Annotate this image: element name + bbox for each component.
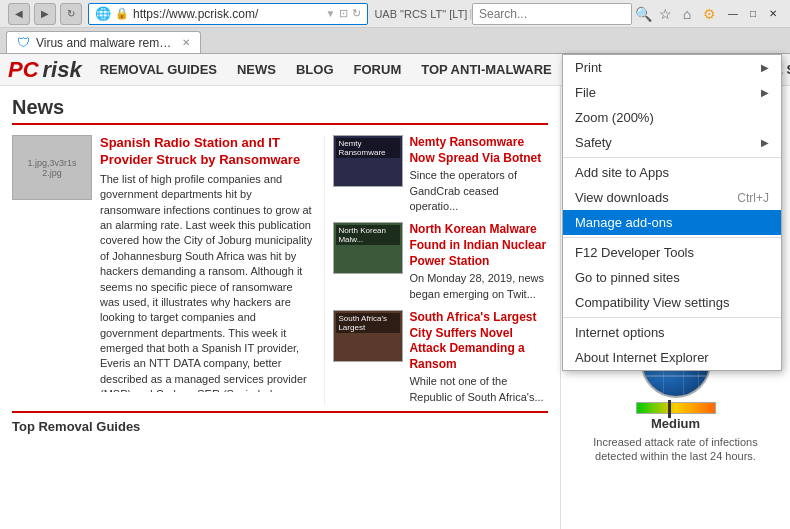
- menu-item-label: Zoom (200%): [575, 110, 654, 125]
- menu-item-shortcut: Ctrl+J: [737, 191, 769, 205]
- maximize-button[interactable]: □: [744, 5, 762, 23]
- minimize-button[interactable]: —: [724, 5, 742, 23]
- favorites-button[interactable]: ☆: [654, 3, 676, 25]
- menu-item-label: Print: [575, 60, 602, 75]
- right-article-title-2[interactable]: North Korean Malware Found in Indian Nuc…: [409, 222, 548, 269]
- right-article-text-3: While not one of the Republic of South A…: [409, 374, 548, 405]
- titlebar: ◀ ▶ ↻ 🌐 🔒 https://www.pcrisk.com/ ▼ ⊡ ↻ …: [0, 0, 790, 28]
- bottom-section-title: Top Removal Guides: [12, 411, 548, 434]
- search-input[interactable]: [472, 3, 632, 25]
- window-controls: — □ ✕: [724, 5, 782, 23]
- context-menu: Print▶File▶Zoom (200%)Safety▶Add site to…: [562, 54, 782, 371]
- settings-button[interactable]: ⚙: [698, 3, 720, 25]
- menu-item-label: Go to pinned sites: [575, 270, 680, 285]
- back-button[interactable]: ◀: [8, 3, 30, 25]
- close-window-button[interactable]: ✕: [764, 5, 782, 23]
- big-article-title[interactable]: Spanish Radio Station and IT Provider St…: [100, 135, 312, 169]
- menu-item-add-site-to-apps[interactable]: Add site to Apps: [563, 160, 781, 185]
- menu-item-label: Add site to Apps: [575, 165, 669, 180]
- menu-item-arrow-icon: ▶: [761, 87, 769, 98]
- menu-divider: [563, 237, 781, 238]
- nav-forum[interactable]: FORUM: [344, 54, 412, 86]
- refresh-button[interactable]: ↻: [60, 3, 82, 25]
- big-article-thumb: 1.jpg,3v3r1s2.jpg: [12, 135, 92, 200]
- menu-item-compatibility-view-settings[interactable]: Compatibility View settings: [563, 290, 781, 315]
- menu-item-label: About Internet Explorer: [575, 350, 709, 365]
- menu-item-file[interactable]: File▶: [563, 80, 781, 105]
- right-article-text-1: Since the operators of GandCrab ceased o…: [409, 168, 548, 214]
- right-article-body-2: North Korean Malware Found in Indian Nuc…: [409, 222, 548, 302]
- big-article-row: 1.jpg,3v3r1s2.jpgSpanish Radio Station a…: [12, 135, 312, 392]
- home-button[interactable]: ⌂: [676, 3, 698, 25]
- refresh-small-icon: ↻: [352, 7, 361, 20]
- right-article-row-3: South Africa's LargestSouth Africa's Lar…: [333, 310, 548, 405]
- menu-item-about-internet-explorer[interactable]: About Internet Explorer: [563, 345, 781, 370]
- nav-news[interactable]: NEWS: [227, 54, 286, 86]
- menu-item-go-to-pinned-sites[interactable]: Go to pinned sites: [563, 265, 781, 290]
- big-article-body: Spanish Radio Station and IT Provider St…: [100, 135, 312, 392]
- address-bar[interactable]: 🌐 🔒 https://www.pcrisk.com/ ▼ ⊡ ↻: [88, 3, 368, 25]
- address-drop-icon: ▼: [326, 8, 336, 19]
- globe-description: Increased attack rate of infections dete…: [571, 435, 780, 464]
- tab-favicon-icon: 🛡: [17, 35, 30, 50]
- nav-removal-guides[interactable]: REMOVAL GUIDES: [90, 54, 227, 86]
- lock-icon: 🔒: [115, 7, 129, 20]
- menu-divider: [563, 317, 781, 318]
- news-section-title: News: [12, 96, 548, 125]
- logo-pc-text: PC: [8, 57, 39, 83]
- menu-item-label: File: [575, 85, 596, 100]
- menu-item-zoom-(200%)[interactable]: Zoom (200%): [563, 105, 781, 130]
- level-bar: [636, 402, 716, 414]
- logo-risk-text: risk: [43, 57, 82, 83]
- ie-user-area: UAB "RCS LT" [LT] |: [374, 8, 472, 20]
- right-article-body-3: South Africa's Largest City Suffers Nove…: [409, 310, 548, 405]
- globe-level-label: Medium: [651, 416, 700, 431]
- right-article-body-1: Nemty Ransomware Now Spread Via BotnetSi…: [409, 135, 548, 214]
- right-article-row-1: Nemty RansomwareNemty Ransomware Now Spr…: [333, 135, 548, 214]
- two-col-layout: 1.jpg,3v3r1s2.jpgSpanish Radio Station a…: [12, 135, 548, 405]
- level-indicator: [668, 400, 671, 418]
- menu-item-label: Safety: [575, 135, 612, 150]
- search-button[interactable]: 🔍: [632, 3, 654, 25]
- url-text: https://www.pcrisk.com/: [133, 7, 322, 21]
- tab-bar: 🛡 Virus and malware removal i... ✕: [0, 28, 790, 54]
- favicon-icon: 🌐: [95, 6, 111, 21]
- big-article-text: The list of high profile companies and g…: [100, 172, 312, 392]
- site-logo[interactable]: PC risk: [0, 57, 90, 83]
- nav-controls: ◀ ▶ ↻: [8, 3, 82, 25]
- menu-item-internet-options[interactable]: Internet options: [563, 320, 781, 345]
- menu-item-view-downloads[interactable]: View downloadsCtrl+J: [563, 185, 781, 210]
- menu-item-safety[interactable]: Safety▶: [563, 130, 781, 155]
- nav-blog[interactable]: BLOG: [286, 54, 344, 86]
- right-article-title-1[interactable]: Nemty Ransomware Now Spread Via Botnet: [409, 135, 548, 166]
- nav-top-antimalware[interactable]: TOP ANTI-MALWARE: [411, 54, 561, 86]
- user-label: UAB "RCS LT" [LT]: [374, 8, 467, 20]
- menu-item-manage-add-ons[interactable]: Manage add-ons: [563, 210, 781, 235]
- menu-item-label: Internet options: [575, 325, 665, 340]
- right-article-text-2: On Monday 28, 2019, news began emerging …: [409, 271, 548, 302]
- right-thumb-1: Nemty Ransomware: [333, 135, 403, 187]
- menu-item-label: View downloads: [575, 190, 669, 205]
- menu-item-label: Manage add-ons: [575, 215, 673, 230]
- menu-item-label: Compatibility View settings: [575, 295, 729, 310]
- right-article-title-3[interactable]: South Africa's Largest City Suffers Nove…: [409, 310, 548, 372]
- right-thumb-2: North Korean Malw...: [333, 222, 403, 274]
- menu-item-label: F12 Developer Tools: [575, 245, 694, 260]
- globe-line-3: [643, 375, 709, 377]
- compat-icon: ⊡: [339, 7, 348, 20]
- menu-item-print[interactable]: Print▶: [563, 55, 781, 80]
- right-thumb-3: South Africa's Largest: [333, 310, 403, 362]
- main-content: News1.jpg,3v3r1s2.jpgSpanish Radio Stati…: [0, 86, 560, 529]
- tab-close-button[interactable]: ✕: [182, 37, 190, 48]
- menu-item-f12-developer-tools[interactable]: F12 Developer Tools: [563, 240, 781, 265]
- right-col: Nemty RansomwareNemty Ransomware Now Spr…: [324, 135, 548, 405]
- menu-divider: [563, 157, 781, 158]
- tab-pcrisk[interactable]: 🛡 Virus and malware removal i... ✕: [6, 31, 201, 53]
- tab-label: Virus and malware removal i...: [36, 36, 176, 50]
- menu-item-arrow-icon: ▶: [761, 137, 769, 148]
- left-col: 1.jpg,3v3r1s2.jpgSpanish Radio Station a…: [12, 135, 312, 405]
- right-article-row-2: North Korean Malw...North Korean Malware…: [333, 222, 548, 302]
- forward-button[interactable]: ▶: [34, 3, 56, 25]
- menu-item-arrow-icon: ▶: [761, 62, 769, 73]
